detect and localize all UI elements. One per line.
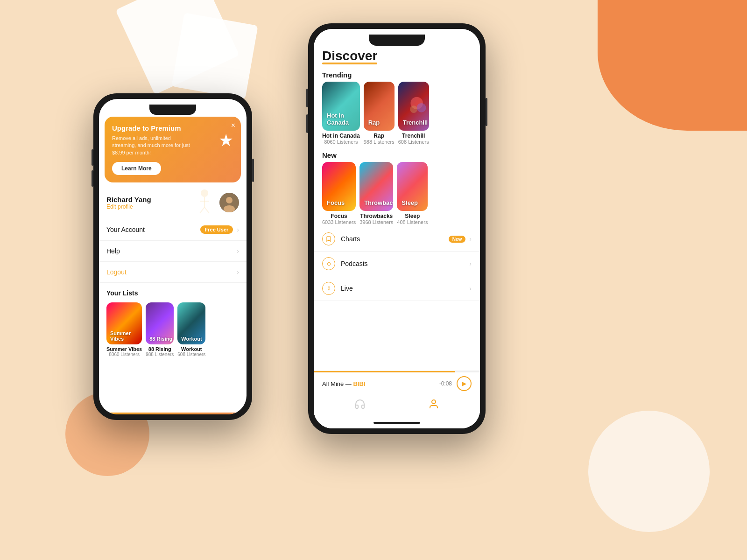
player-artist: BIBI (353, 380, 365, 387)
right-phone-content: Discover Trending Hot inCanada Hot in Ca… (314, 29, 480, 428)
summer-vibes-card-label: SummerVibes (110, 330, 131, 342)
right-power-button[interactable] (486, 98, 487, 126)
trending-item[interactable]: Trenchill Trenchill 608 Listeners (398, 82, 429, 147)
bottom-player: All Mine — BIBI -0:08 ▶ (314, 371, 480, 428)
trending-item[interactable]: Rap Rap 988 Listeners (364, 82, 395, 147)
rap-card[interactable]: Rap (364, 82, 395, 131)
upgrade-description: Remove all ads, unlimited streaming, and… (112, 135, 191, 156)
new-item[interactable]: Throwbacks Throwbacks 3968 Listeners (359, 162, 393, 227)
account-menu-item[interactable]: Your Account Free User › (99, 219, 247, 241)
right-phone-screen: Discover Trending Hot inCanada Hot in Ca… (314, 29, 480, 428)
list-item[interactable]: 88 Rising 88 Rising 988 Listeners (146, 302, 174, 357)
workout-info: Workout 608 Listeners (177, 346, 205, 357)
left-phone-content: × ★ Upgrade to Premium Remove all ads, u… (99, 99, 247, 414)
rap-name: Rap (364, 133, 395, 139)
bg-shape-white-2 (171, 13, 258, 99)
learn-more-button[interactable]: Learn More (112, 162, 161, 175)
throwbacks-card[interactable]: Throwbacks (359, 162, 393, 211)
88rising-card[interactable]: 88 Rising (146, 302, 174, 344)
svg-line-3 (200, 207, 204, 213)
focus-card[interactable]: Focus (322, 162, 356, 211)
play-button[interactable]: ▶ (457, 376, 472, 391)
right-vol-down-button[interactable] (306, 114, 308, 133)
menu-list: Your Account Free User › Help › Logout › (99, 219, 247, 283)
trending-item[interactable]: Hot inCanada Hot in Canada 8060 Listener… (322, 82, 360, 147)
charts-row[interactable]: Charts New › (314, 227, 480, 252)
profile-section: Richard Yang Edit profile (99, 186, 247, 219)
trenchill-count: 608 Listeners (398, 139, 429, 145)
podcasts-label: Podcasts (341, 260, 469, 267)
vol-down-button[interactable] (92, 170, 93, 187)
workout-card[interactable]: Workout (177, 302, 205, 344)
88rising-count: 988 Listeners (146, 352, 174, 357)
home-indicator (314, 417, 480, 428)
discover-title: Discover (322, 49, 377, 63)
hot-in-canada-label: Hot inCanada (327, 112, 349, 126)
focus-count: 6033 Listeners (322, 219, 356, 225)
trending-grid: Hot inCanada Hot in Canada 8060 Listener… (314, 82, 480, 147)
svg-point-6 (226, 197, 233, 203)
sleep-count: 408 Listeners (397, 219, 428, 225)
bg-shape-orange (598, 0, 747, 131)
play-icon: ▶ (462, 380, 466, 387)
notch (149, 105, 196, 115)
podcasts-icon: ⊙ (322, 257, 335, 270)
player-controls: All Mine — BIBI -0:08 ▶ (314, 372, 480, 395)
hot-in-canada-card[interactable]: Hot inCanada (322, 82, 360, 131)
logout-chevron: › (237, 268, 239, 276)
your-lists-title: Your Lists (106, 289, 239, 297)
new-item[interactable]: Sleep Sleep 408 Listeners (397, 162, 428, 227)
right-vol-up-button[interactable] (306, 89, 308, 107)
summer-vibes-count: 8060 Listeners (106, 352, 142, 357)
bottom-navigation (314, 395, 480, 417)
summer-vibes-card[interactable]: SummerVibes (106, 302, 142, 344)
right-notch (369, 35, 425, 46)
podcasts-chevron: › (469, 260, 472, 267)
88rising-name: 88 Rising (146, 346, 174, 352)
your-lists-section: Your Lists SummerVibes Summer Vibes 8060… (99, 283, 247, 364)
nav-listen-button[interactable] (354, 399, 366, 410)
trenchill-card[interactable]: Trenchill (398, 82, 429, 131)
charts-chevron: › (469, 235, 472, 243)
logout-menu-item[interactable]: Logout › (99, 262, 247, 283)
svg-point-10 (410, 105, 417, 113)
nav-profile-button[interactable] (428, 399, 439, 410)
help-menu-item[interactable]: Help › (99, 241, 247, 262)
new-item[interactable]: Focus Focus 6033 Listeners (322, 162, 356, 227)
sleep-card[interactable]: Sleep (397, 162, 428, 211)
podcasts-row[interactable]: ⊙ Podcasts › (314, 252, 480, 276)
power-button[interactable] (252, 159, 254, 182)
player-time: -0:08 (439, 380, 452, 387)
sleep-label: Sleep (402, 199, 418, 206)
lists-grid: SummerVibes Summer Vibes 8060 Listeners … (106, 302, 239, 357)
live-chevron: › (469, 285, 472, 292)
rap-info: Rap 988 Listeners (364, 131, 395, 147)
live-label: Live (341, 285, 469, 292)
sleep-info: Sleep 408 Listeners (397, 211, 428, 227)
bottom-progress-bar (99, 413, 247, 414)
left-phone-screen: × ★ Upgrade to Premium Remove all ads, u… (99, 99, 247, 414)
player-progress (314, 371, 480, 372)
star-icon: ★ (218, 131, 233, 150)
help-label: Help (106, 247, 120, 255)
sleep-name: Sleep (397, 213, 428, 219)
live-icon: 🎙 (322, 282, 335, 295)
focus-label: Focus (327, 199, 345, 206)
88rising-card-label: 88 Rising (149, 336, 172, 342)
bg-shape-white-bottom (588, 411, 710, 532)
close-button[interactable]: × (231, 121, 235, 130)
trenchill-name: Trenchill (398, 133, 429, 139)
list-item[interactable]: Workout Workout 608 Listeners (177, 302, 205, 357)
workout-card-label: Workout (181, 336, 202, 342)
help-chevron: › (237, 247, 239, 255)
throwbacks-info: Throwbacks 3968 Listeners (359, 211, 393, 227)
live-row[interactable]: 🎙 Live › (314, 276, 480, 301)
throwbacks-label: Throwbacks (364, 199, 393, 206)
trending-heading: Trending (314, 66, 480, 82)
vol-up-button[interactable] (92, 149, 93, 166)
list-item[interactable]: SummerVibes Summer Vibes 8060 Listeners (106, 302, 142, 357)
upgrade-title: Upgrade to Premium (112, 124, 233, 132)
summer-vibes-name: Summer Vibes (106, 346, 142, 352)
summer-vibes-info: Summer Vibes 8060 Listeners (106, 346, 142, 357)
throwbacks-count: 3968 Listeners (359, 219, 393, 225)
